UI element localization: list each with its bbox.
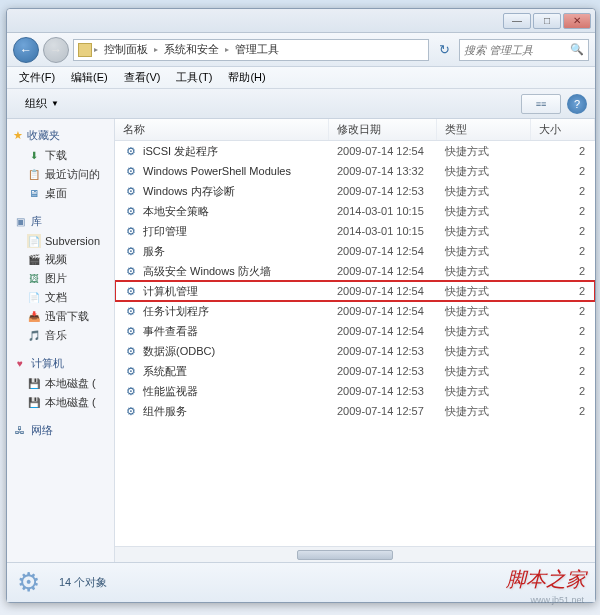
shortcut-icon: ⚙ — [123, 283, 139, 299]
file-name: 打印管理 — [143, 224, 187, 239]
file-type: 快捷方式 — [437, 244, 531, 259]
file-type: 快捷方式 — [437, 164, 531, 179]
menu-item[interactable]: 工具(T) — [168, 68, 220, 87]
file-size: 2 — [531, 265, 595, 277]
file-type: 快捷方式 — [437, 264, 531, 279]
file-date: 2009-07-14 12:54 — [329, 285, 437, 297]
file-row[interactable]: ⚙高级安全 Windows 防火墙2009-07-14 12:54快捷方式2 — [115, 261, 595, 281]
file-row[interactable]: ⚙事件查看器2009-07-14 12:54快捷方式2 — [115, 321, 595, 341]
menu-item[interactable]: 帮助(H) — [220, 68, 273, 87]
file-size: 2 — [531, 365, 595, 377]
file-row[interactable]: ⚙组件服务2009-07-14 12:57快捷方式2 — [115, 401, 595, 421]
sidebar-item[interactable]: 📄Subversion — [7, 232, 114, 250]
shortcut-icon: ⚙ — [123, 243, 139, 259]
search-input[interactable] — [464, 44, 566, 56]
column-name[interactable]: 名称 — [115, 119, 329, 140]
sidebar-item-icon: 📋 — [27, 168, 41, 182]
file-date: 2009-07-14 12:54 — [329, 145, 437, 157]
file-row[interactable]: ⚙任务计划程序2009-07-14 12:54快捷方式2 — [115, 301, 595, 321]
file-date: 2014-03-01 10:15 — [329, 205, 437, 217]
star-icon: ★ — [13, 129, 23, 142]
organize-button[interactable]: 组织▼ — [15, 93, 69, 114]
sidebar-item-label: 文档 — [45, 290, 67, 305]
file-size: 2 — [531, 205, 595, 217]
breadcrumb-item[interactable]: 控制面板 — [100, 42, 152, 57]
file-type: 快捷方式 — [437, 384, 531, 399]
breadcrumb[interactable]: ▸ 控制面板 ▸ 系统和安全 ▸ 管理工具 — [73, 39, 429, 61]
file-row[interactable]: ⚙数据源(ODBC)2009-07-14 12:53快捷方式2 — [115, 341, 595, 361]
file-size: 2 — [531, 185, 595, 197]
sidebar-item[interactable]: 📋最近访问的 — [7, 165, 114, 184]
sidebar-computer[interactable]: ♥计算机 — [7, 353, 114, 374]
file-row[interactable]: ⚙Windows PowerShell Modules2009-07-14 13… — [115, 161, 595, 181]
file-date: 2009-07-14 12:53 — [329, 345, 437, 357]
back-button[interactable]: ← — [13, 37, 39, 63]
sidebar-item-label: 本地磁盘 ( — [45, 395, 96, 410]
file-date: 2009-07-14 12:57 — [329, 405, 437, 417]
arrow-right-icon: → — [50, 43, 62, 57]
sidebar-item-icon: 🎬 — [27, 253, 41, 267]
sidebar-libraries[interactable]: ▣库 — [7, 211, 114, 232]
file-type: 快捷方式 — [437, 304, 531, 319]
file-size: 2 — [531, 245, 595, 257]
sidebar-favorites[interactable]: ★收藏夹 — [7, 125, 114, 146]
sidebar-network[interactable]: 🖧网络 — [7, 420, 114, 441]
file-list[interactable]: ⚙iSCSI 发起程序2009-07-14 12:54快捷方式2⚙Windows… — [115, 141, 595, 546]
sidebar-item-label: 音乐 — [45, 328, 67, 343]
arrow-left-icon: ← — [20, 43, 32, 57]
file-date: 2009-07-14 13:32 — [329, 165, 437, 177]
sidebar-item-icon: 🎵 — [27, 329, 41, 343]
view-options-button[interactable]: ≡≡ — [521, 94, 561, 114]
file-date: 2009-07-14 12:53 — [329, 385, 437, 397]
close-button[interactable]: ✕ — [563, 13, 591, 29]
sidebar-item[interactable]: 📄文档 — [7, 288, 114, 307]
file-row[interactable]: ⚙本地安全策略2014-03-01 10:15快捷方式2 — [115, 201, 595, 221]
maximize-button[interactable]: □ — [533, 13, 561, 29]
column-type[interactable]: 类型 — [437, 119, 531, 140]
shortcut-icon: ⚙ — [123, 163, 139, 179]
column-size[interactable]: 大小 — [531, 119, 595, 140]
sidebar-item[interactable]: 💾本地磁盘 ( — [7, 393, 114, 412]
file-row[interactable]: ⚙服务2009-07-14 12:54快捷方式2 — [115, 241, 595, 261]
breadcrumb-item[interactable]: 系统和安全 — [160, 42, 223, 57]
sidebar-item[interactable]: 💾本地磁盘 ( — [7, 374, 114, 393]
shortcut-icon: ⚙ — [123, 263, 139, 279]
help-button[interactable]: ? — [567, 94, 587, 114]
file-date: 2009-07-14 12:54 — [329, 245, 437, 257]
file-row[interactable]: ⚙打印管理2014-03-01 10:15快捷方式2 — [115, 221, 595, 241]
search-box[interactable]: 🔍 — [459, 39, 589, 61]
h-scrollbar-thumb[interactable] — [297, 550, 393, 560]
sidebar-item[interactable]: 📥迅雷下载 — [7, 307, 114, 326]
file-name: Windows PowerShell Modules — [143, 165, 291, 177]
sidebar-item[interactable]: 🎬视频 — [7, 250, 114, 269]
column-headers: 名称 修改日期 类型 大小 — [115, 119, 595, 141]
file-size: 2 — [531, 305, 595, 317]
file-row[interactable]: ⚙计算机管理2009-07-14 12:54快捷方式2 — [115, 281, 595, 301]
file-name: 计算机管理 — [143, 284, 198, 299]
minimize-button[interactable]: — — [503, 13, 531, 29]
sidebar-item[interactable]: 🖥桌面 — [7, 184, 114, 203]
sidebar-item[interactable]: 🎵音乐 — [7, 326, 114, 345]
file-row[interactable]: ⚙Windows 内存诊断2009-07-14 12:53快捷方式2 — [115, 181, 595, 201]
menu-item[interactable]: 编辑(E) — [63, 68, 116, 87]
file-row[interactable]: ⚙系统配置2009-07-14 12:53快捷方式2 — [115, 361, 595, 381]
menu-item[interactable]: 文件(F) — [11, 68, 63, 87]
refresh-button[interactable]: ↻ — [433, 39, 455, 61]
forward-button[interactable]: → — [43, 37, 69, 63]
sidebar-item[interactable]: ⬇下载 — [7, 146, 114, 165]
file-list-pane: 名称 修改日期 类型 大小 ⚙iSCSI 发起程序2009-07-14 12:5… — [115, 119, 595, 562]
file-row[interactable]: ⚙iSCSI 发起程序2009-07-14 12:54快捷方式2 — [115, 141, 595, 161]
file-size: 2 — [531, 285, 595, 297]
search-icon: 🔍 — [570, 43, 584, 56]
breadcrumb-item[interactable]: 管理工具 — [231, 42, 283, 57]
file-row[interactable]: ⚙性能监视器2009-07-14 12:53快捷方式2 — [115, 381, 595, 401]
sidebar-item-icon: 📄 — [27, 234, 41, 248]
h-scrollbar[interactable] — [115, 546, 595, 562]
file-name: 事件查看器 — [143, 324, 198, 339]
file-size: 2 — [531, 145, 595, 157]
titlebar: — □ ✕ — [7, 9, 595, 33]
column-date[interactable]: 修改日期 — [329, 119, 437, 140]
sidebar-item-label: Subversion — [45, 235, 100, 247]
menu-item[interactable]: 查看(V) — [116, 68, 169, 87]
sidebar-item[interactable]: 🖼图片 — [7, 269, 114, 288]
